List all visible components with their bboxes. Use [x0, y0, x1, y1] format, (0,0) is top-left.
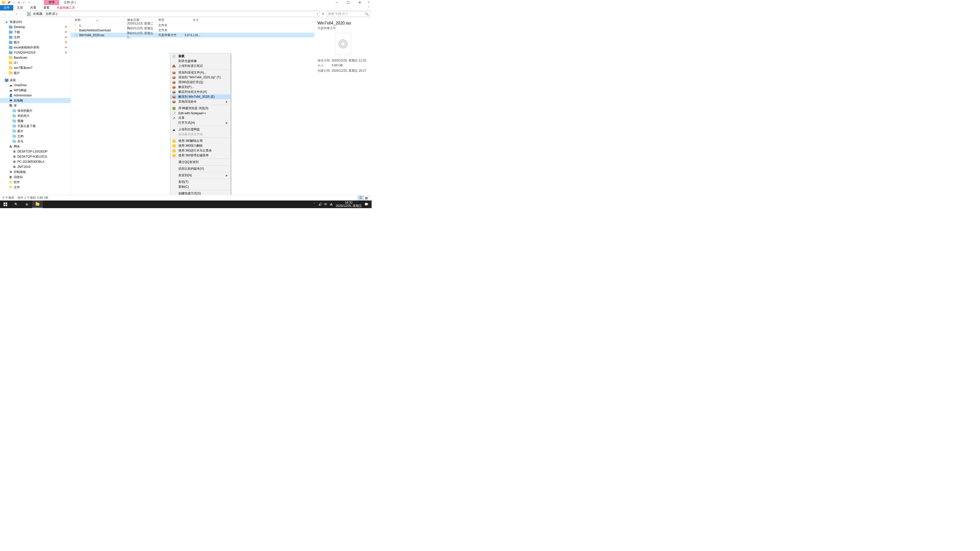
tray-chevron-up-icon[interactable]: ˄: [312, 203, 317, 206]
qat-undo-icon[interactable]: ↶: [22, 0, 26, 5]
sidebar-item[interactable]: 图片: [0, 129, 71, 134]
sidebar-item[interactable]: ☁WPS网盘: [0, 88, 71, 93]
sidebar-item[interactable]: G:\: [0, 60, 71, 65]
qat-pin-icon[interactable]: 📌: [6, 0, 11, 5]
tray-ime-icon[interactable]: 中: [323, 202, 328, 206]
sidebar-item[interactable]: 保存的图片: [0, 108, 71, 113]
search-icon[interactable]: 🔍: [365, 12, 369, 16]
ribbon-expand-icon[interactable]: ˅: [368, 5, 372, 11]
help-button[interactable]: ?: [366, 0, 372, 5]
tray-network-icon[interactable]: 🖧: [328, 203, 334, 206]
context-menu-item[interactable]: 还原以前的版本(V): [170, 166, 231, 171]
sidebar-item[interactable]: 🖥DESKTOP-NJEU3CG: [0, 154, 71, 159]
file-row[interactable]: BaiduNetdiskDownload 2020/12/25, 星期五 1..…: [71, 28, 314, 33]
contextual-tab-manage[interactable]: 管理: [44, 0, 59, 5]
context-menu-item[interactable]: 刻录光盘映像: [170, 59, 231, 64]
sidebar-network[interactable]: 网络: [14, 144, 20, 149]
search-button[interactable]: 🔍: [11, 200, 21, 208]
nav-forward-button[interactable]: →: [8, 11, 14, 17]
sidebar-item[interactable]: 本机照片: [0, 113, 71, 118]
context-menu-item[interactable]: 📦添加到 "Win7x64_2020.zip" (T): [170, 75, 231, 80]
breadcrumb-segment[interactable]: 文档 (E:): [45, 12, 57, 16]
nav-recent-dropdown[interactable]: ▾: [15, 11, 18, 17]
sidebar-library[interactable]: 库: [14, 103, 17, 108]
ribbon-share[interactable]: 共享: [27, 5, 40, 11]
close-button[interactable]: ✕: [354, 0, 366, 5]
context-menu-item[interactable]: 📦其他压缩命令▶: [170, 99, 231, 104]
taskbar-clock[interactable]: 16:322020/12/25, 星期五: [334, 201, 363, 208]
file-row[interactable]: 💿 Win7x64_2020.iso 2020/12/25, 星期五 1... …: [71, 33, 314, 38]
sidebar-quick-access[interactable]: 快速访问: [10, 20, 22, 24]
sidebar-item[interactable]: YUNQISHI2019📍: [0, 50, 71, 55]
context-menu-item[interactable]: 打开方式(H)▶: [170, 121, 231, 125]
context-menu-item[interactable]: 📝Edit with Notepad++: [170, 111, 231, 116]
context-menu-item[interactable]: 通过QQ发送到: [170, 160, 231, 165]
sidebar-desktop[interactable]: 桌面: [10, 78, 16, 83]
context-menu[interactable]: 💿装载刻录光盘映像📤上传到有道云笔记📦添加到压缩文件(A)...📦添加到 "Wi…: [170, 53, 231, 208]
context-menu-item[interactable]: 📦解压到 Win7x64_2020\ (E): [170, 94, 231, 99]
qat-check-icon[interactable]: ✓: [12, 0, 16, 5]
sidebar-item[interactable]: excel表格制作求和📍: [0, 45, 71, 50]
sidebar-item[interactable]: 🖥PC-20190530OBLA: [0, 159, 71, 164]
taskbar[interactable]: 🔍 ⧉ ˄ 🔊 中 🖧 16:322020/12/25, 星期五 💬: [0, 200, 372, 208]
view-icons-button[interactable]: ▦: [363, 196, 369, 200]
sidebar-item[interactable]: win7重装win7: [0, 65, 71, 70]
file-list[interactable]: 名称▲ 修改日期 类型 大小 1 2020/12/15, 星期二 1... 文件…: [71, 17, 314, 194]
navigation-tree[interactable]: ★快速访问 Desktop📍下载📍文档📍图片📍excel表格制作求和📍YUNQI…: [0, 17, 71, 194]
context-menu-item[interactable]: 💿装载: [170, 54, 231, 59]
context-menu-item[interactable]: 📦用360压缩打开(Q): [170, 80, 231, 85]
ribbon-home[interactable]: 主页: [13, 5, 27, 11]
context-menu-item[interactable]: 📦解压到当前文件夹(X): [170, 89, 231, 94]
sidebar-item[interactable]: 🗑回收站: [0, 175, 71, 179]
sidebar-item[interactable]: 下载📍: [0, 30, 71, 35]
column-size[interactable]: 大小: [183, 18, 200, 22]
sidebar-item[interactable]: 图片📍: [0, 40, 71, 45]
sidebar-item[interactable]: 图片: [0, 70, 71, 76]
minimize-button[interactable]: ─: [331, 0, 342, 5]
qat-dropdown-icon[interactable]: ▼: [27, 0, 31, 5]
show-desktop-button[interactable]: [369, 200, 371, 208]
nav-up-button[interactable]: ↑: [19, 11, 25, 17]
maximize-button[interactable]: ☐: [342, 0, 354, 5]
sidebar-item[interactable]: 文档📍: [0, 35, 71, 40]
ribbon-view[interactable]: 查看: [40, 5, 53, 11]
sidebar-item[interactable]: ⚙控制面板: [0, 169, 71, 175]
context-menu-item[interactable]: 发送到(N)▶: [170, 173, 231, 178]
refresh-button[interactable]: ⟳: [320, 12, 326, 16]
qat-delete-icon[interactable]: ✕: [17, 0, 21, 5]
context-menu-item[interactable]: ↗共享: [170, 116, 231, 121]
sidebar-item[interactable]: 📁文件: [0, 185, 71, 190]
tray-action-center-icon[interactable]: 💬: [363, 203, 369, 206]
context-menu-item[interactable]: 📦添加到压缩文件(A)...: [170, 70, 231, 75]
context-menu-item[interactable]: 📤上传到有道云笔记: [170, 64, 231, 68]
address-dropdown-icon[interactable]: ▾: [317, 13, 318, 15]
context-menu-item[interactable]: ☁上传到百度网盘: [170, 127, 231, 132]
task-view-button[interactable]: ⧉: [21, 200, 32, 208]
sidebar-item[interactable]: Bandicam: [0, 55, 71, 60]
sidebar-item[interactable]: 💻此电脑: [0, 98, 71, 103]
breadcrumb-segment[interactable]: 此电脑: [33, 12, 42, 16]
context-menu-item[interactable]: 🟡使用 360强力删除: [170, 143, 231, 148]
file-row[interactable]: 1 2020/12/15, 星期二 1... 文件夹: [71, 23, 314, 28]
sidebar-item[interactable]: 天翼云盘下载: [0, 124, 71, 129]
tray-volume-icon[interactable]: 🔊: [317, 203, 323, 206]
sidebar-item[interactable]: 视频: [0, 118, 71, 124]
sidebar-item[interactable]: 📁软件: [0, 179, 71, 185]
sidebar-item[interactable]: 👤Administrator: [0, 93, 71, 98]
context-menu-item[interactable]: 剪切(T): [170, 179, 231, 184]
ribbon-isotool[interactable]: 光盘映像工具: [53, 5, 79, 11]
context-menu-item[interactable]: 🟡使用 360解除占用: [170, 138, 231, 143]
context-menu-item[interactable]: 🟢用 蜂蜜浏览器 浏览(3): [170, 106, 231, 111]
sidebar-item[interactable]: 文档: [0, 134, 71, 139]
column-name[interactable]: 名称▲: [75, 18, 127, 22]
start-button[interactable]: [0, 200, 11, 208]
ribbon-file[interactable]: 文件: [0, 5, 13, 11]
context-menu-item[interactable]: 📦解压到(F)...: [170, 85, 231, 89]
address-bar[interactable]: 💽 › 此电脑› 文档 (E:)› ▾: [25, 11, 320, 17]
taskbar-explorer[interactable]: [32, 200, 43, 208]
sidebar-item[interactable]: Desktop📍: [0, 24, 71, 30]
sidebar-item[interactable]: 音乐: [0, 139, 71, 144]
context-menu-item[interactable]: 🟡使用 360管理右键菜单: [170, 153, 231, 158]
sidebar-item[interactable]: 🖥DESKTOP-LSSOEDP: [0, 149, 71, 154]
view-details-button[interactable]: ☰: [358, 196, 363, 200]
